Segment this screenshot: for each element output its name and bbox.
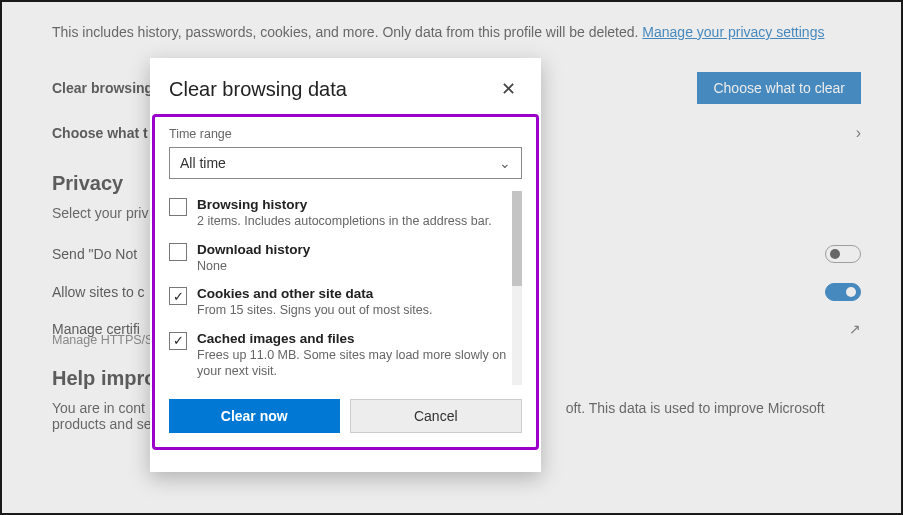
clear-now-button[interactable]: Clear now (169, 399, 340, 433)
allow-sites-toggle[interactable] (825, 283, 861, 301)
scrollbar-thumb[interactable] (512, 191, 522, 286)
external-link-icon[interactable]: ↗ (849, 321, 861, 337)
option-title: Cached images and files (197, 331, 508, 346)
clear-browsing-label: Clear browsing (52, 80, 153, 96)
dnt-toggle[interactable] (825, 245, 861, 263)
chevron-down-icon: ⌄ (499, 155, 511, 171)
dialog-title: Clear browsing data (169, 78, 347, 101)
time-range-label: Time range (169, 127, 522, 141)
option-desc: None (197, 259, 310, 275)
option-browsing-history: Browsing history 2 items. Includes autoc… (169, 191, 508, 236)
clear-browsing-dialog: Clear browsing data ✕ Time range All tim… (150, 58, 541, 472)
option-cookies: ✓ Cookies and other site data From 15 si… (169, 280, 508, 325)
dialog-highlight: Time range All time ⌄ Browsing history 2… (152, 114, 539, 450)
option-title: Download history (197, 242, 310, 257)
checkbox-cached[interactable]: ✓ (169, 332, 187, 350)
dnt-label: Send "Do Not (52, 246, 137, 262)
privacy-settings-link[interactable]: Manage your privacy settings (642, 24, 824, 40)
option-download-history: Download history None (169, 236, 508, 281)
option-desc: From 15 sites. Signs you out of most sit… (197, 303, 433, 319)
help-text-prefix: You are in cont (52, 400, 145, 416)
checkbox-download-history[interactable] (169, 243, 187, 261)
allow-sites-label: Allow sites to c (52, 284, 145, 300)
choose-what-label: Choose what t (52, 125, 148, 141)
choose-what-to-clear-button[interactable]: Choose what to clear (697, 72, 861, 104)
time-range-value: All time (180, 155, 226, 171)
time-range-select[interactable]: All time ⌄ (169, 147, 522, 179)
scrollbar[interactable] (512, 191, 522, 385)
option-desc: 2 items. Includes autocompletions in the… (197, 214, 492, 230)
checkbox-browsing-history[interactable] (169, 198, 187, 216)
option-title: Cookies and other site data (197, 286, 433, 301)
option-desc: Frees up 11.0 MB. Some sites may load mo… (197, 348, 508, 379)
cancel-button[interactable]: Cancel (350, 399, 523, 433)
intro-text: This includes history, passwords, cookie… (52, 24, 642, 40)
chevron-right-icon[interactable]: › (856, 124, 861, 142)
option-title: Browsing history (197, 197, 492, 212)
option-cached: ✓ Cached images and files Frees up 11.0 … (169, 325, 508, 385)
checkbox-cookies[interactable]: ✓ (169, 287, 187, 305)
close-icon[interactable]: ✕ (495, 76, 522, 102)
options-list: Browsing history 2 items. Includes autoc… (169, 191, 522, 385)
